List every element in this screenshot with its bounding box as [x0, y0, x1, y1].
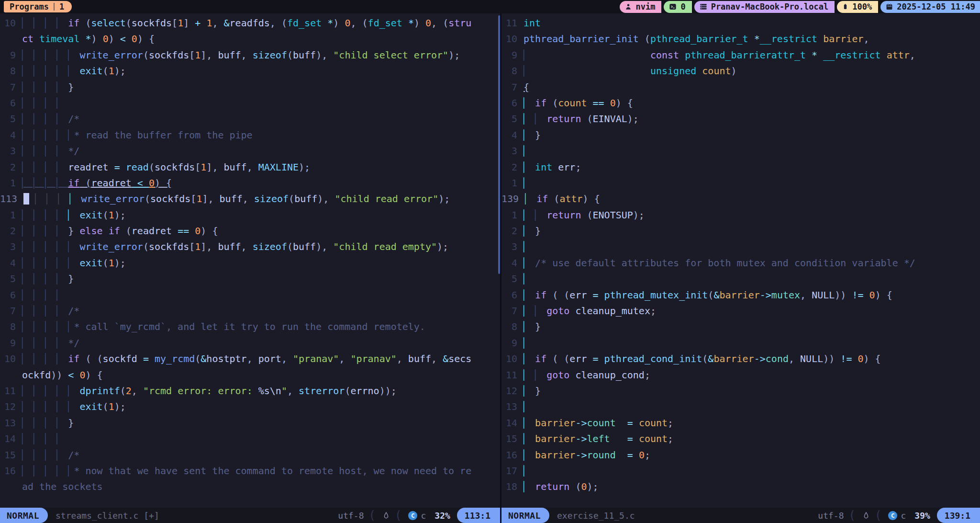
- code-line[interactable]: 4▏ }: [501, 127, 980, 143]
- code-text: ▏ ▏ ▏ ▏ }: [22, 415, 74, 431]
- code-line[interactable]: 4▏ ▏ ▏ ▏ ▏ exit(1);: [0, 255, 500, 271]
- line-number: 8: [501, 63, 523, 79]
- tmux-status-bar: Programs 1 nvim0Pranav-MacBook-Pro.local…: [0, 0, 980, 13]
- tmux-pill-person: nvim: [620, 1, 661, 13]
- code-line[interactable]: 10▏ ▏ ▏ ▏ if (select(sockfds[1] + 1, &re…: [0, 15, 500, 31]
- code-text: ▏ ▏ ▏ ▏: [22, 95, 62, 111]
- code-line[interactable]: 9▏ ▏ ▏ ▏ ▏ write_error(sockfds[1], buff,…: [0, 47, 500, 63]
- code-line[interactable]: 16▏ ▏ ▏ ▏ ▏* now that we have sent the c…: [0, 463, 500, 479]
- code-text: ▏ ▏ ▏ ▏ ▏ write_error(sockfds[1], buff, …: [22, 239, 448, 255]
- code-line[interactable]: 1▏ ▏ ▏ ▏ if (readret < 0) {: [0, 175, 500, 191]
- code-line[interactable]: 3▏: [501, 239, 980, 255]
- code-line[interactable]: 7▏ ▏ ▏ ▏ /*: [0, 303, 500, 319]
- editor-right[interactable]: 11int10pthread_barrier_init (pthread_bar…: [501, 13, 980, 508]
- code-line[interactable]: 1▏ ▏ ▏ ▏ ▏ exit(1);: [0, 207, 500, 223]
- editor-left[interactable]: 10▏ ▏ ▏ ▏ if (select(sockfds[1] + 1, &re…: [0, 13, 500, 508]
- line-number: 5: [501, 111, 523, 127]
- line-number: 4: [501, 255, 523, 271]
- code-line[interactable]: 17▏: [501, 463, 980, 479]
- code-text: ▏ }: [523, 223, 541, 239]
- code-line[interactable]: 7{: [501, 80, 980, 95]
- code-line[interactable]: 8▏ }: [501, 319, 980, 335]
- code-line[interactable]: 2▏ int err;: [501, 159, 980, 175]
- code-line[interactable]: 6▏ ▏ ▏ ▏: [0, 95, 500, 111]
- code-line[interactable]: 15▏ ▏ ▏ ▏ /*: [0, 447, 500, 463]
- code-text: ▏ ▏ ▏ ▏ }: [22, 80, 74, 95]
- code-line[interactable]: 5▏ ▏ return (EINVAL);: [501, 111, 980, 127]
- code-line[interactable]: 10pthread_barrier_init (pthread_barrier_…: [501, 31, 980, 47]
- code-line[interactable]: 4▏ /* use default attributes for both mu…: [501, 255, 980, 271]
- pane-left[interactable]: 10▏ ▏ ▏ ▏ if (select(sockfds[1] + 1, &re…: [0, 13, 500, 523]
- code-line[interactable]: 8▏ ▏ ▏ ▏ ▏* call `my_rcmd`, and let it t…: [0, 319, 500, 335]
- code-line[interactable]: 11▏ ▏ goto cleanup_cond;: [501, 367, 980, 383]
- code-line[interactable]: 1▏: [501, 175, 980, 191]
- scrollbar-thumb[interactable]: [498, 15, 500, 274]
- line-number: 8: [0, 319, 22, 335]
- code-line[interactable]: 12▏ }: [501, 383, 980, 399]
- tmux-session-badge[interactable]: Programs 1: [4, 1, 72, 12]
- code-line[interactable]: 5▏: [501, 271, 980, 287]
- code-line[interactable]: 10▏ if ( (err = pthread_cond_init(&barri…: [501, 351, 980, 367]
- code-text: ▏ ▏ ▏ ▏ ▏* read the buffer from the pipe: [22, 127, 253, 143]
- code-line[interactable]: 1▏ ▏ return (ENOTSUP);: [501, 207, 980, 223]
- code-line[interactable]: 14▏ barrier->count = count;: [501, 415, 980, 431]
- line-number: 9: [501, 47, 523, 63]
- code-text: ▏ barrier->round = 0;: [523, 447, 650, 463]
- code-line[interactable]: 8▏ ▏ ▏ ▏ ▏ exit(1);: [0, 63, 500, 79]
- divider: [54, 3, 55, 11]
- code-line[interactable]: 7▏ ▏ goto cleanup_mutex;: [501, 303, 980, 319]
- line-number: 5: [0, 111, 22, 127]
- code-line[interactable]: 13▏: [501, 399, 980, 415]
- code-line[interactable]: 6▏ if (count == 0) {: [501, 95, 980, 111]
- cursor-position: 139:1: [937, 508, 980, 523]
- code-line[interactable]: 9▏: [501, 335, 980, 351]
- code-text: ad the sockets: [22, 479, 103, 495]
- code-text: ▏ const pthread_barrierattr_t * __restri…: [523, 47, 915, 63]
- tmux-status-right: nvim0Pranav-MacBook-Pro.local100%2025-12…: [617, 0, 980, 13]
- code-line[interactable]: 2▏ ▏ ▏ ▏ } else if (readret == 0) {: [0, 223, 500, 239]
- code-line[interactable]: 3▏ ▏ ▏ ▏ */: [0, 143, 500, 159]
- code-line[interactable]: 14▏ ▏ ▏ ▏: [0, 431, 500, 447]
- line-number: 3: [0, 239, 22, 255]
- code-line[interactable]: 16▏ barrier->round = 0;: [501, 447, 980, 463]
- code-line[interactable]: 6▏ ▏ ▏ ▏: [0, 287, 500, 303]
- code-line[interactable]: 9▏ ▏ ▏ ▏ */: [0, 335, 500, 351]
- line-number: 5: [501, 271, 523, 287]
- code-line[interactable]: 113 ▏ ▏ ▏ ▏ write_error(sockfds[1], buff…: [0, 191, 500, 207]
- code-line[interactable]: 18▏ return (0);: [501, 479, 980, 495]
- code-line[interactable]: 2▏ }: [501, 223, 980, 239]
- line-number: 1: [0, 207, 22, 223]
- code-line[interactable]: 5▏ ▏ ▏ ▏ }: [0, 271, 500, 287]
- code-line[interactable]: 5▏ ▏ ▏ ▏ /*: [0, 111, 500, 127]
- code-line[interactable]: ct timeval *) 0) < 0) {: [0, 31, 500, 47]
- code-line[interactable]: 12▏ ▏ ▏ ▏ ▏ exit(1);: [0, 399, 500, 415]
- line-number: 16: [0, 463, 22, 479]
- fileformat-segment: [844, 509, 870, 522]
- code-line[interactable]: 3▏: [501, 143, 980, 159]
- pane-right[interactable]: 11int10pthread_barrier_init (pthread_bar…: [501, 13, 980, 523]
- line-number: 7: [501, 80, 523, 95]
- code-line[interactable]: 6▏ if ( (err = pthread_mutex_init(&barri…: [501, 287, 980, 303]
- line-number: 4: [0, 255, 22, 271]
- code-line[interactable]: 10▏ ▏ ▏ ▏ if ( (sockfd = my_rcmd(&hostpt…: [0, 351, 500, 367]
- code-line[interactable]: 13▏ ▏ ▏ ▏ }: [0, 415, 500, 431]
- code-text: ct timeval *) 0) < 0) {: [22, 31, 155, 47]
- code-line[interactable]: 11▏ ▏ ▏ ▏ ▏ dprintf(2, "rcmd error: erro…: [0, 383, 500, 399]
- code-line[interactable]: ad the sockets: [0, 479, 500, 495]
- code-line[interactable]: 3▏ ▏ ▏ ▏ ▏ write_error(sockfds[1], buff,…: [0, 239, 500, 255]
- line-number: 2: [0, 159, 22, 175]
- code-line[interactable]: 139▏ if (attr) {: [501, 191, 980, 207]
- code-line[interactable]: 11int: [501, 15, 980, 31]
- code-line[interactable]: 7▏ ▏ ▏ ▏ }: [0, 80, 500, 95]
- cursor-position: 113:1: [457, 508, 500, 523]
- code-line[interactable]: 2▏ ▏ ▏ ▏ readret = read(sockfds[1], buff…: [0, 159, 500, 175]
- code-text: ▏ ▏ ▏ ▏: [22, 287, 62, 303]
- code-text: ▏ return (0);: [523, 479, 599, 495]
- code-line[interactable]: 4▏ ▏ ▏ ▏ ▏* read the buffer from the pip…: [0, 127, 500, 143]
- code-line[interactable]: 8▏ unsigned count): [501, 63, 980, 79]
- code-line[interactable]: 15▏ barrier->left = count;: [501, 431, 980, 447]
- code-line[interactable]: ockfd)) < 0) {: [0, 367, 500, 383]
- line-number: 9: [0, 47, 22, 63]
- code-text: ▏ if (count == 0) {: [523, 95, 633, 111]
- code-line[interactable]: 9▏ const pthread_barrierattr_t * __restr…: [501, 47, 980, 63]
